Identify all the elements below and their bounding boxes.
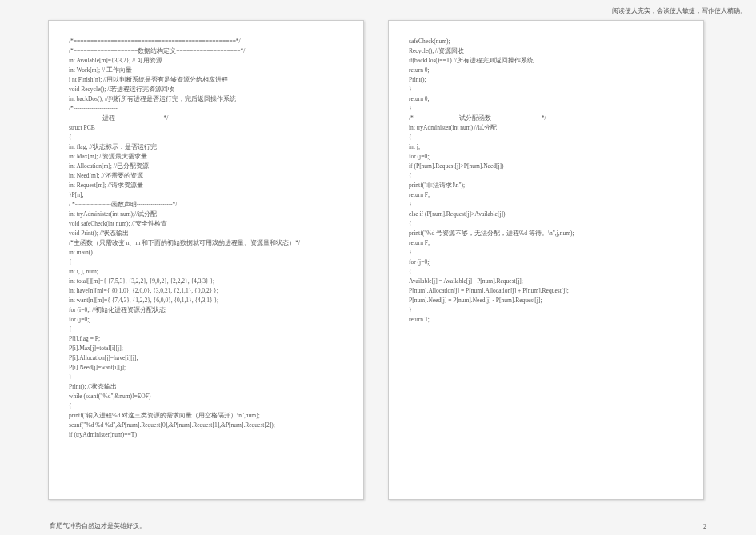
code-line: return 0; — [409, 66, 683, 75]
code-line: P[i].flag = F; — [69, 334, 343, 344]
code-line: for (j=0;j — [409, 258, 683, 267]
code-line: return F; — [409, 190, 683, 200]
page-spread: /*======================================… — [0, 0, 756, 508]
code-line: P[i].Allocation[j]=have[i][j]; — [69, 353, 343, 363]
code-line: int Max[m]; //资源最大需求量 — [69, 152, 343, 162]
code-line: int tryAdminister(int num);//试分配 — [69, 210, 343, 219]
code-line: printf("输入进程%d 对这三类资源的需求向量（用空格隔开）\n",num… — [69, 411, 343, 421]
code-line: { — [69, 133, 343, 142]
code-line: /*-----------------------试分配函数----------… — [409, 114, 683, 123]
code-line: -----------------进程---------------------… — [69, 114, 343, 123]
page-2: safeCheck(num); Recycle(); //资源回收 if(bac… — [388, 20, 704, 500]
code-line: Recycle(); //资源回收 — [409, 46, 683, 56]
code-line: int Available[m]={3,3,2}; // 可用资源 — [69, 56, 343, 66]
code-line: for (j=0;j — [69, 315, 343, 325]
code-line: { — [69, 258, 343, 267]
code-line: { — [409, 267, 683, 277]
code-line: P[num].Allocation[j] = P[num].Allocation… — [409, 286, 683, 296]
code-line: void safeCheck(int num); //安全性检查 — [69, 219, 343, 229]
code-line: int want[n][m]={ {7,4,3}, {1,2,2}, {6,0,… — [69, 296, 343, 305]
code-block-2: safeCheck(num); Recycle(); //资源回收 if(bac… — [409, 37, 683, 325]
code-line: /*======================================… — [69, 37, 343, 46]
code-line: int Need[m]; //还需要的资源 — [69, 171, 343, 181]
code-line: P[num].Need[j] = P[num].Need[j] - P[num]… — [409, 296, 683, 305]
code-line: return F; — [409, 238, 683, 248]
code-line: else if (P[num].Request[j]>Available[j]) — [409, 210, 683, 219]
code-line: i nt Finish[n]; //用以判断系统是否有足够资源分给相应进程 — [69, 75, 343, 85]
code-line: } — [409, 248, 683, 258]
code-line: P[i].Max[j]=total[i][j]; — [69, 344, 343, 353]
code-line: printf("非法请求!\n"); — [409, 181, 683, 190]
header-slogan: 阅读使人充实，会谈使人敏捷，写作使人精确。 — [612, 6, 746, 15]
code-line: Print(); — [409, 75, 683, 85]
page-number: 2 — [703, 523, 706, 530]
code-line: if (P[num].Request[j]>P[num].Need[j]) — [409, 162, 683, 171]
code-line: { — [69, 401, 343, 411]
code-line: int j; — [409, 142, 683, 152]
code-line: { — [69, 325, 343, 334]
code-line: while (scanf("%d",&num)!=EOF) — [69, 392, 343, 401]
code-line: Print(); //状态输出 — [69, 382, 343, 392]
code-line: struct PCB — [69, 123, 343, 133]
code-line: int backDos(); //判断所有进程是否运行完，完后返回操作系统 — [69, 94, 343, 104]
code-line: int flag; //状态标示：是否运行完 — [69, 142, 343, 152]
code-line: / *------------------函数声明---------------… — [69, 200, 343, 210]
code-line: return T; — [409, 315, 683, 325]
code-line: int total[][m]={ {7,5,3}, {3,2,2}, {9,0,… — [69, 277, 343, 286]
code-line: } — [409, 305, 683, 315]
code-line: for (j=0;j — [409, 152, 683, 162]
code-line: return 0; — [409, 94, 683, 104]
code-line: /*---------------------- — [69, 104, 343, 114]
page-1: /*======================================… — [48, 20, 364, 500]
code-line: int Work[m]; // 工作向量 — [69, 66, 343, 75]
code-line: scanf("%d %d %d",&P[num].Request[0],&P[n… — [69, 421, 343, 430]
code-line: } — [409, 104, 683, 114]
code-line: /*===================数据结构定义=============… — [69, 46, 343, 56]
code-line: int i, j, num; — [69, 267, 343, 277]
code-line: { — [409, 171, 683, 181]
code-line: int Allocation[m]; //已分配资源 — [69, 162, 343, 171]
code-line: int have[n][m]={ {0,1,0}, {2,0,0}, {3,0,… — [69, 286, 343, 296]
code-line: Available[j] = Available[j] - P[num].Req… — [409, 277, 683, 286]
code-line: }P[n]; — [69, 190, 343, 200]
code-line: } — [409, 85, 683, 94]
code-line: for (i=0;i //初始化进程资源分配状态 — [69, 305, 343, 315]
code-line: { — [409, 133, 683, 142]
code-line: int Request[m]; //请求资源量 — [69, 181, 343, 190]
code-line: } — [409, 200, 683, 210]
code-line: if (tryAdminister(num)==T) — [69, 430, 343, 440]
code-line: if(backDos()==T) //所有进程完则返回操作系统 — [409, 56, 683, 66]
code-line: P[i].Need[j]=want[i][j]; — [69, 363, 343, 373]
code-line: /*主函数（只需改变 n、m 和下面的初始数据就可用戏的进程量、资源量和状态）*… — [69, 238, 343, 248]
code-line: { — [409, 219, 683, 229]
code-line: } — [69, 373, 343, 382]
code-block-1: /*======================================… — [69, 37, 343, 440]
code-line: void Print(); //状态输出 — [69, 229, 343, 238]
code-line: safeCheck(num); — [409, 37, 683, 46]
code-line: int tryAdminister(int num) //试分配 — [409, 123, 683, 133]
code-line: printf("%d 号资源不够，无法分配，进程%d 等待。\n",j,num)… — [409, 229, 683, 238]
footer-slogan: 育肥气冲势自然边才是英雄好汉。 — [50, 521, 146, 530]
code-line: int main() — [69, 248, 343, 258]
code-line: void Recycle(); //若进程运行完资源回收 — [69, 85, 343, 94]
